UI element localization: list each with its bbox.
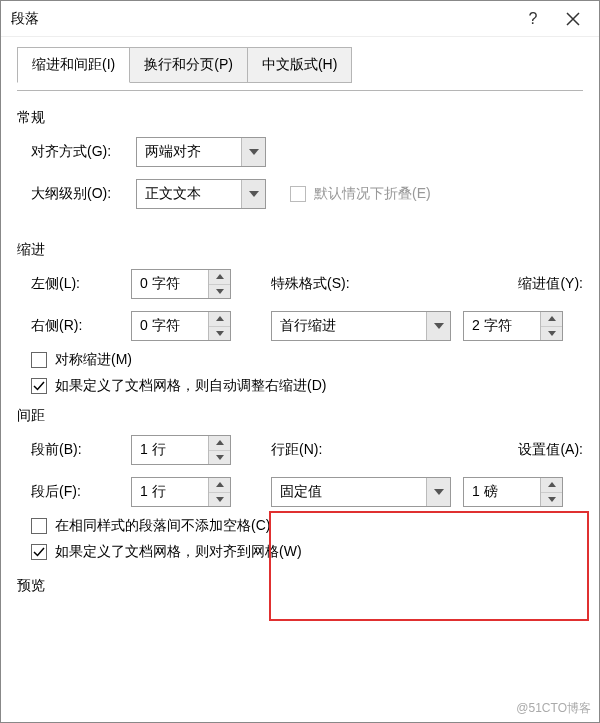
collapse-checkbox <box>290 186 306 202</box>
spin-up-button[interactable] <box>209 436 230 451</box>
watermark: @51CTO博客 <box>512 699 595 718</box>
auto-adjust-grid-checkbox[interactable] <box>31 378 47 394</box>
help-label: ? <box>529 10 538 28</box>
special-format-label: 特殊格式(S): <box>271 275 391 293</box>
section-general-title: 常规 <box>17 109 583 127</box>
spacing-at-spin[interactable]: 1 磅 <box>463 477 563 507</box>
indent-left-spin[interactable]: 0 字符 <box>131 269 231 299</box>
outline-label: 大纲级别(O): <box>31 185 136 203</box>
check-icon <box>33 380 45 392</box>
snap-to-grid-checkbox[interactable] <box>31 544 47 560</box>
space-before-spin[interactable]: 1 行 <box>131 435 231 465</box>
indent-right-value: 0 字符 <box>132 312 208 340</box>
indent-left-label: 左侧(L): <box>31 275 131 293</box>
spin-down-button[interactable] <box>541 327 562 341</box>
auto-adjust-grid-label: 如果定义了文档网格，则自动调整右缩进(D) <box>55 377 326 395</box>
special-dropdown-button[interactable] <box>426 312 450 340</box>
indent-by-spin[interactable]: 2 字符 <box>463 311 563 341</box>
triangle-up-icon <box>216 440 224 445</box>
mirror-indent-label: 对称缩进(M) <box>55 351 132 369</box>
close-icon <box>566 12 580 26</box>
special-format-select[interactable]: 首行缩进 <box>271 311 451 341</box>
check-icon <box>33 546 45 558</box>
line-spacing-dropdown-button[interactable] <box>426 478 450 506</box>
help-button[interactable]: ? <box>513 3 553 35</box>
alignment-dropdown-button[interactable] <box>241 138 265 166</box>
alignment-label: 对齐方式(G): <box>31 143 136 161</box>
indent-right-label: 右侧(R): <box>31 317 131 335</box>
triangle-up-icon <box>216 482 224 487</box>
triangle-up-icon <box>216 274 224 279</box>
triangle-down-icon <box>216 289 224 294</box>
triangle-up-icon <box>548 482 556 487</box>
spin-down-button[interactable] <box>209 493 230 507</box>
spin-down-button[interactable] <box>209 285 230 299</box>
triangle-up-icon <box>216 316 224 321</box>
spin-down-button[interactable] <box>209 327 230 341</box>
spacing-at-value: 1 磅 <box>464 478 540 506</box>
section-indent-title: 缩进 <box>17 241 583 259</box>
indent-by-label: 缩进值(Y): <box>518 275 583 293</box>
snap-to-grid-label: 如果定义了文档网格，则对齐到网格(W) <box>55 543 302 561</box>
no-space-same-style-checkbox[interactable] <box>31 518 47 534</box>
triangle-down-icon <box>216 331 224 336</box>
tab-line-page[interactable]: 换行和分页(P) <box>129 47 248 83</box>
spin-up-button[interactable] <box>209 312 230 327</box>
tab-bar: 缩进和间距(I) 换行和分页(P) 中文版式(H) <box>17 47 583 83</box>
line-spacing-value: 固定值 <box>280 483 426 501</box>
no-space-same-style-label: 在相同样式的段落间不添加空格(C) <box>55 517 270 535</box>
triangle-up-icon <box>548 316 556 321</box>
indent-right-spin[interactable]: 0 字符 <box>131 311 231 341</box>
space-after-spin[interactable]: 1 行 <box>131 477 231 507</box>
indent-left-value: 0 字符 <box>132 270 208 298</box>
outline-select[interactable]: 正文文本 <box>136 179 266 209</box>
line-spacing-select[interactable]: 固定值 <box>271 477 451 507</box>
space-before-value: 1 行 <box>132 436 208 464</box>
triangle-down-icon <box>548 331 556 336</box>
chevron-down-icon <box>434 323 444 329</box>
spacing-at-label: 设置值(A): <box>518 441 583 459</box>
spin-down-button[interactable] <box>541 493 562 507</box>
spin-up-button[interactable] <box>209 478 230 493</box>
special-format-value: 首行缩进 <box>280 317 426 335</box>
triangle-down-icon <box>548 497 556 502</box>
spin-up-button[interactable] <box>541 312 562 327</box>
outline-dropdown-button[interactable] <box>241 180 265 208</box>
space-after-value: 1 行 <box>132 478 208 506</box>
alignment-value: 两端对齐 <box>145 143 241 161</box>
section-preview-title: 预览 <box>17 577 583 595</box>
paragraph-dialog: 段落 ? 缩进和间距(I) 换行和分页(P) 中文版式(H) 常规 对齐方式(G… <box>0 0 600 723</box>
triangle-down-icon <box>216 497 224 502</box>
titlebar: 段落 ? <box>1 1 599 37</box>
indent-by-value: 2 字符 <box>464 312 540 340</box>
tab-chinese[interactable]: 中文版式(H) <box>247 47 352 83</box>
dialog-body: 缩进和间距(I) 换行和分页(P) 中文版式(H) 常规 对齐方式(G): 两端… <box>1 37 599 595</box>
spin-down-button[interactable] <box>209 451 230 465</box>
spin-up-button[interactable] <box>209 270 230 285</box>
space-after-label: 段后(F): <box>31 483 131 501</box>
triangle-down-icon <box>216 455 224 460</box>
mirror-indent-checkbox[interactable] <box>31 352 47 368</box>
close-button[interactable] <box>553 3 593 35</box>
space-before-label: 段前(B): <box>31 441 131 459</box>
outline-value: 正文文本 <box>145 185 241 203</box>
section-spacing-title: 间距 <box>17 407 583 425</box>
chevron-down-icon <box>249 149 259 155</box>
chevron-down-icon <box>434 489 444 495</box>
line-spacing-label: 行距(N): <box>271 441 391 459</box>
alignment-select[interactable]: 两端对齐 <box>136 137 266 167</box>
tab-indent-spacing[interactable]: 缩进和间距(I) <box>17 47 130 83</box>
collapse-label: 默认情况下折叠(E) <box>314 185 431 203</box>
chevron-down-icon <box>249 191 259 197</box>
dialog-title: 段落 <box>11 10 513 28</box>
spin-up-button[interactable] <box>541 478 562 493</box>
